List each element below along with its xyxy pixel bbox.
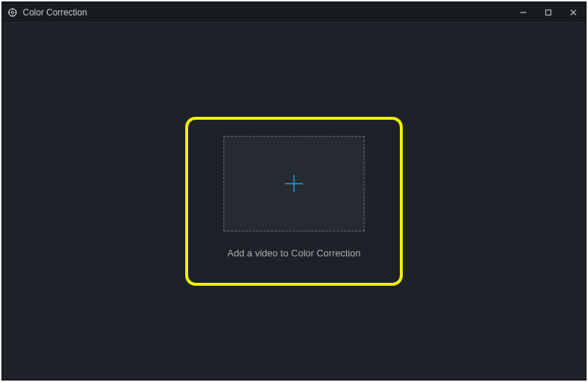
maximize-button[interactable]	[536, 2, 561, 22]
content-area: Add a video to Color Correction	[2, 23, 586, 380]
window-title: Color Correction	[23, 7, 87, 18]
dropzone-caption: Add a video to Color Correction	[227, 248, 360, 259]
highlight-panel: Add a video to Color Correction	[185, 117, 403, 286]
minimize-button[interactable]	[511, 2, 536, 22]
titlebar: Color Correction	[2, 2, 586, 23]
close-button[interactable]	[561, 2, 586, 22]
add-video-dropzone[interactable]	[223, 136, 365, 231]
svg-rect-7	[546, 10, 551, 15]
app-window: Color Correction	[1, 1, 587, 381]
plus-icon	[282, 172, 306, 195]
svg-point-1	[11, 11, 13, 13]
app-icon	[7, 7, 18, 18]
window-controls	[511, 2, 586, 22]
